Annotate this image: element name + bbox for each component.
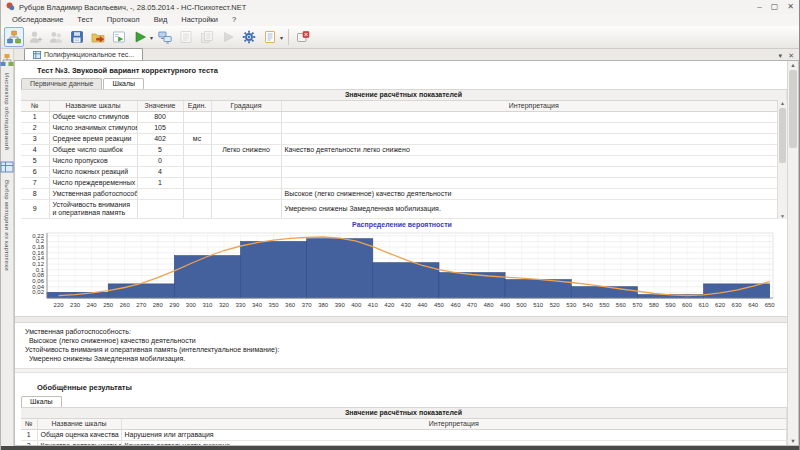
menu-item-5[interactable]: ? [225, 14, 243, 26]
test-title: Тест №3. Звуковой вариант корректурного … [15, 61, 787, 78]
scroll-up-icon[interactable]: ▲ [788, 62, 798, 68]
table-row[interactable]: 8Умственная работоспособностьВысокое (ле… [21, 189, 787, 200]
table-row[interactable]: 9Устойчивость внимания и оперативная пам… [21, 200, 787, 219]
result-subtabs: Первичные данные Шкалы [21, 78, 787, 89]
svg-text:240: 240 [87, 302, 98, 308]
svg-text:360: 360 [285, 302, 296, 308]
window-controls: –▢✕ [757, 0, 794, 14]
maximize-button[interactable]: ▢ [771, 0, 779, 14]
test-card-icon[interactable] [109, 27, 129, 47]
scrollbar-thumb[interactable] [789, 70, 797, 148]
probability-chart: Распределение вероятности 22023024025026… [21, 221, 783, 314]
app-icon [6, 2, 15, 13]
table-row[interactable]: 1Общая оценка качестваНарушения или аггр… [21, 430, 787, 441]
svg-text:0,06: 0,06 [32, 278, 44, 284]
scroll-down-icon[interactable]: ▼ [778, 213, 787, 219]
table-header-row: №Название шкалыЗначениеЕдин.ГрадацияИнте… [21, 101, 787, 112]
svg-text:220: 220 [54, 302, 65, 308]
interpretation-line: Умственная работоспособность: [25, 327, 787, 336]
menu-item-3[interactable]: Вид [147, 14, 175, 26]
menu-item-1[interactable]: Тест [70, 14, 100, 26]
scrollbar-thumb[interactable] [779, 108, 786, 163]
side-tab-1[interactable]: Выбор методики из картотеки [1, 158, 13, 273]
svg-text:500: 500 [517, 302, 528, 308]
tab-close-icon[interactable]: ✕ [788, 52, 794, 60]
svg-text:300: 300 [186, 302, 197, 308]
table-row[interactable]: 2Число значимых стимулов105 [21, 123, 787, 134]
table-group-header: Значение расчётных показателей [21, 408, 787, 419]
tab-summary-scales[interactable]: Шкалы [21, 396, 62, 407]
svg-text:270: 270 [136, 302, 147, 308]
document-tab-label: Полифункциональное тес... [44, 51, 134, 58]
svg-text:550: 550 [599, 302, 610, 308]
svg-text:620: 620 [715, 302, 726, 308]
table-row[interactable]: 4Общее число ошибок5Легко сниженоКачеств… [21, 145, 787, 156]
network-test-icon[interactable] [155, 27, 175, 47]
document-scrollbar[interactable]: ▲ ▼ [787, 61, 798, 445]
settings-gear-icon[interactable] [239, 27, 259, 47]
splitter[interactable] [15, 316, 787, 323]
scroll-down-icon[interactable]: ▼ [788, 438, 798, 444]
svg-text:650: 650 [765, 302, 776, 308]
run-test-icon[interactable] [130, 27, 150, 47]
protocol-icon [176, 27, 196, 47]
scales-table-scrollbar[interactable]: ▲ ▼ [777, 100, 787, 219]
svg-text:380: 380 [318, 302, 329, 308]
svg-text:0,14: 0,14 [32, 255, 44, 261]
table-row[interactable]: 6Число ложных реакций4 [21, 167, 787, 178]
svg-text:510: 510 [533, 302, 544, 308]
svg-text:430: 430 [401, 302, 412, 308]
scroll-up-icon[interactable]: ▲ [778, 100, 787, 106]
svg-text:0,2: 0,2 [36, 238, 45, 244]
interpretation-line: Умеренно снижены Замедленная мобилизация… [25, 354, 787, 363]
window-frame-bottom [1, 446, 799, 450]
minimize-button[interactable]: – [757, 0, 761, 14]
report-icon[interactable] [260, 27, 280, 47]
data-table: Значение расчётных показателей№Название … [21, 408, 787, 446]
menu-item-4[interactable]: Настройки [174, 14, 225, 26]
svg-text:540: 540 [583, 302, 594, 308]
chart-title: Распределение вероятности [21, 221, 783, 230]
close-button[interactable]: ✕ [787, 0, 794, 14]
table-row[interactable]: 3Среднее время реакции402мс [21, 134, 787, 145]
dropdown-caret-icon[interactable]: ▾ [150, 34, 153, 41]
side-tab-0[interactable]: Инспектор обследований [1, 51, 13, 152]
menu-item-2[interactable]: Протокол [100, 14, 147, 26]
document-tab[interactable]: Полифункциональное тес... [24, 48, 143, 60]
save-examination-icon[interactable] [67, 27, 87, 47]
add-person-icon [25, 27, 45, 47]
svg-text:470: 470 [467, 302, 478, 308]
svg-text:290: 290 [169, 302, 180, 308]
data-table: Значение расчётных показателей№Название … [21, 90, 787, 219]
examination-card-icon[interactable] [4, 27, 24, 47]
exit-icon[interactable] [293, 27, 313, 47]
svg-text:460: 460 [450, 302, 461, 308]
export-examination-icon[interactable] [88, 27, 108, 47]
svg-text:370: 370 [302, 302, 313, 308]
dropdown-caret-icon[interactable]: ▾ [280, 34, 283, 41]
tab-scales[interactable]: Шкалы [103, 78, 144, 89]
section-divider [15, 368, 787, 373]
menu-item-0[interactable]: Обследование [5, 14, 70, 26]
report-view: Тест №3. Звуковой вариант корректурного … [14, 61, 799, 446]
interpretation-text: Умственная работоспособность: Высокое (л… [15, 323, 787, 365]
print-protocol-icon [197, 27, 217, 47]
tab-primary-data[interactable]: Первичные данные [21, 78, 102, 89]
document-tab-icon [33, 51, 41, 59]
table-row[interactable]: 5Число пропусков0 [21, 156, 787, 167]
table-row[interactable]: 2Качество деятельности по второй иКачест… [21, 441, 787, 447]
summary-section-title: Обобщённые результаты [15, 377, 787, 396]
svg-text:600: 600 [682, 302, 693, 308]
resume-test-icon [218, 27, 238, 47]
table-row[interactable]: 1Общее число стимулов800 [21, 112, 787, 123]
inspector-icon [0, 53, 14, 71]
toolbar: ▾▾ [1, 26, 799, 49]
svg-text:250: 250 [103, 302, 114, 308]
summary-table-wrap: Значение расчётных показателей№Название … [21, 407, 787, 446]
svg-text:590: 590 [665, 302, 676, 308]
svg-text:320: 320 [219, 302, 230, 308]
svg-text:330: 330 [235, 302, 246, 308]
table-row[interactable]: 7Число преждевременных реакций1 [21, 178, 787, 189]
side-tab-label: Выбор методики из картотеки [4, 180, 10, 271]
tab-list-dropdown-icon[interactable]: ▾ [779, 52, 783, 60]
